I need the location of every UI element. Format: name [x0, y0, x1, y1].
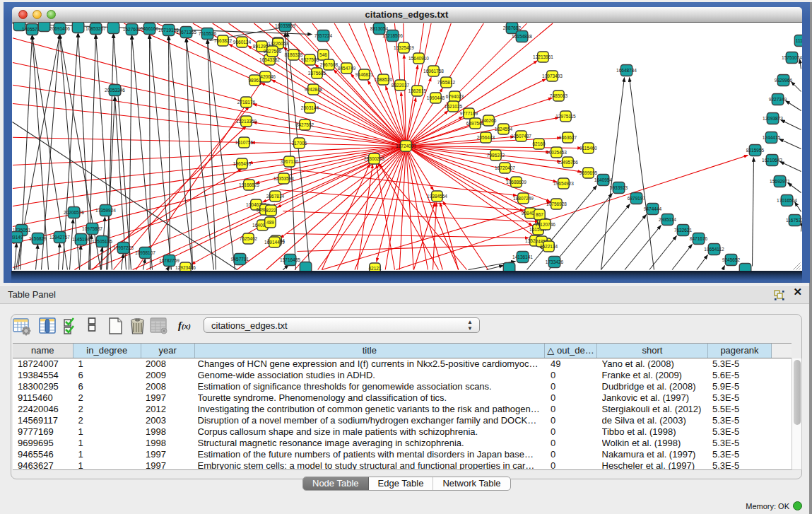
svg-text:9660124: 9660124	[233, 39, 251, 44]
svg-text:2056443: 2056443	[476, 134, 495, 139]
svg-text:7515526: 7515526	[198, 30, 216, 35]
svg-text:18724007: 18724007	[396, 143, 416, 148]
svg-text:7485063: 7485063	[549, 93, 567, 98]
svg-text:8454749: 8454749	[337, 65, 355, 70]
svg-text:9327508: 9327508	[300, 57, 319, 62]
svg-text:10671355: 10671355	[176, 29, 196, 34]
svg-text:1167533: 1167533	[786, 217, 802, 222]
svg-text:8215955: 8215955	[746, 147, 764, 152]
svg-text:3267130: 3267130	[280, 158, 298, 163]
svg-text:10958107: 10958107	[135, 250, 155, 255]
svg-text:14136141: 14136141	[512, 254, 533, 259]
svg-text:9227349: 9227349	[768, 96, 787, 101]
svg-text:12353594: 12353594	[273, 175, 294, 180]
svg-text:9457791: 9457791	[230, 256, 249, 261]
svg-text:10688609: 10688609	[506, 179, 526, 184]
svg-text:18807249: 18807249	[513, 195, 534, 200]
svg-text:2967608: 2967608	[319, 62, 338, 66]
svg-text:1733426: 1733426	[545, 259, 563, 264]
svg-text:317006: 317006	[291, 140, 307, 145]
svg-text:10025453: 10025453	[546, 149, 567, 154]
svg-text:2718176: 2718176	[237, 99, 255, 104]
svg-text:17957223: 17957223	[113, 245, 134, 250]
svg-text:19384554: 19384554	[427, 193, 447, 198]
svg-text:39149: 39149	[12, 234, 23, 239]
svg-text:8222: 8222	[266, 207, 276, 212]
svg-text:42121: 42121	[368, 265, 381, 270]
svg-text:12213961: 12213961	[533, 54, 553, 59]
svg-text:10654112: 10654112	[704, 246, 724, 251]
svg-text:98961: 98961	[248, 77, 261, 82]
svg-text:6794023: 6794023	[445, 93, 464, 98]
svg-text:16543382: 16543382	[259, 57, 280, 62]
svg-text:1244415: 1244415	[762, 134, 780, 139]
svg-text:7986372: 7986372	[486, 152, 505, 157]
svg-text:16782759: 16782759	[159, 257, 180, 262]
svg-text:10756928: 10756928	[546, 201, 567, 206]
svg-text:15640910: 15640910	[408, 55, 429, 60]
svg-text:9329966: 9329966	[774, 77, 792, 82]
svg-text:1527602: 1527602	[122, 26, 141, 31]
svg-text:9777169: 9777169	[459, 110, 478, 115]
svg-text:13325419: 13325419	[394, 45, 414, 49]
svg-text:1145194: 1145194	[72, 236, 90, 241]
svg-text:16210643: 16210643	[762, 157, 782, 162]
svg-text:20206576: 20206576	[64, 209, 84, 214]
svg-text:9699695: 9699695	[579, 170, 597, 175]
svg-text:1824554: 1824554	[494, 126, 512, 131]
svg-text:7663822: 7663822	[213, 37, 232, 42]
svg-text:8813054: 8813054	[370, 25, 388, 30]
svg-text:3867834: 3867834	[266, 193, 284, 198]
svg-text:9242848: 9242848	[304, 86, 322, 91]
svg-text:2087682: 2087682	[502, 25, 521, 30]
svg-text:9463627: 9463627	[558, 134, 577, 139]
svg-text:17359924: 17359924	[95, 207, 116, 212]
svg-text:1640954: 1640954	[594, 177, 612, 182]
svg-text:8471676: 8471676	[689, 235, 707, 240]
svg-text:1362615: 1362615	[408, 88, 426, 93]
svg-text:20691406: 20691406	[49, 25, 70, 30]
svg-text:1965493: 1965493	[233, 160, 251, 165]
svg-text:8427552: 8427552	[295, 122, 314, 127]
svg-text:13495756: 13495756	[558, 159, 578, 164]
svg-text:15751074: 15751074	[782, 54, 802, 59]
svg-text:10853267: 10853267	[86, 25, 106, 30]
svg-text:9474444: 9474444	[643, 206, 661, 211]
svg-text:9115460: 9115460	[579, 145, 597, 150]
svg-text:12975115: 12975115	[555, 113, 576, 118]
svg-text:16961758: 16961758	[423, 68, 444, 73]
svg-text:7632621: 7632621	[673, 227, 692, 232]
svg-text:1621025: 1621025	[444, 103, 462, 108]
svg-text:1610755: 1610755	[235, 139, 253, 144]
svg-text:9327506: 9327506	[263, 48, 281, 53]
svg-text:19654923: 19654923	[553, 180, 574, 185]
svg-text:12942757: 12942757	[49, 234, 70, 239]
svg-text:20053346: 20053346	[105, 87, 125, 92]
svg-text:746266: 746266	[481, 117, 496, 122]
svg-text:6466160: 6466160	[140, 25, 158, 30]
svg-text:8322037: 8322037	[391, 82, 409, 87]
svg-text:12923446: 12923446	[175, 264, 196, 269]
svg-text:1588520: 1588520	[374, 76, 392, 81]
svg-text:489: 489	[266, 219, 274, 224]
svg-text:1990448: 1990448	[426, 95, 445, 100]
svg-text:15218506: 15218506	[382, 33, 403, 37]
svg-text:16154838: 16154838	[512, 33, 532, 38]
svg-text:546: 546	[319, 52, 327, 57]
svg-text:3375685: 3375685	[307, 70, 326, 75]
svg-text:10507487: 10507487	[511, 133, 531, 138]
svg-text:8186328: 8186328	[284, 52, 302, 57]
svg-text:10975887: 10975887	[82, 226, 102, 230]
svg-text:867: 867	[536, 211, 543, 216]
svg-text:15692971: 15692971	[770, 178, 790, 183]
svg-text:62160: 62160	[532, 141, 545, 146]
svg-text:12505135: 12505135	[92, 238, 112, 243]
svg-text:18720407: 18720407	[495, 165, 515, 170]
svg-text:16120746: 16120746	[535, 221, 555, 226]
svg-text:17016504: 17016504	[777, 197, 797, 202]
svg-text:12093873: 12093873	[763, 115, 783, 120]
svg-text:7625402: 7625402	[239, 235, 257, 240]
svg-text:19166825: 19166825	[239, 182, 259, 187]
svg-text:1156829: 1156829	[29, 235, 47, 240]
svg-text:2803144: 2803144	[300, 105, 319, 110]
